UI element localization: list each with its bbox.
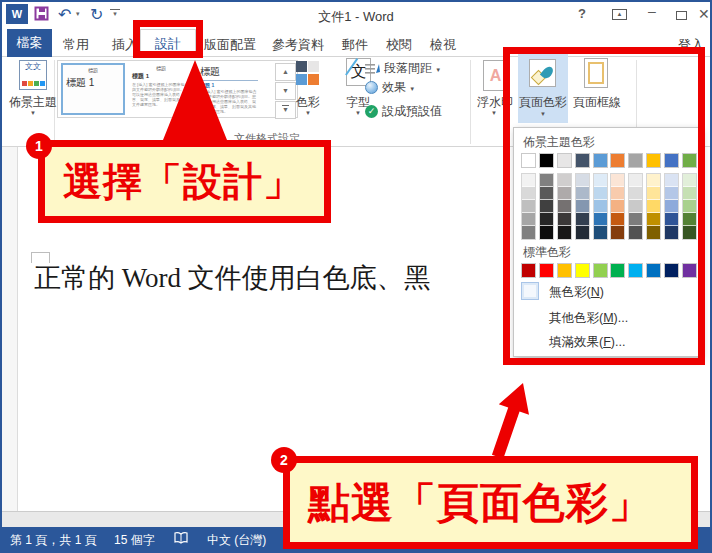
callout-step1: 選擇「設計」 — [38, 140, 331, 223]
style-card-current[interactable]: 標題 標題 1 — [61, 63, 125, 115]
highlight-box-design-tab — [133, 20, 203, 58]
checkmark-icon: ✓ — [365, 105, 378, 118]
paragraph-spacing-icon — [365, 62, 380, 75]
step-number-badge: 2 — [271, 447, 297, 473]
ribbon-display-options-icon[interactable]: ▲ — [612, 9, 627, 20]
tab-review[interactable]: 校閱 — [386, 36, 412, 54]
tab-file[interactable]: 檔案 — [7, 29, 52, 57]
help-icon[interactable]: ? — [578, 6, 586, 21]
themes-button[interactable]: 佈景主題 — [6, 94, 60, 111]
gallery-scroll-up-icon[interactable]: ▲ — [275, 63, 296, 81]
highlight-box-page-color — [503, 47, 705, 365]
close-icon[interactable]: ✕ — [698, 6, 710, 22]
set-default-button[interactable]: ✓設成預設值 — [365, 103, 442, 120]
document-text[interactable]: 正常的 Word 文件使用白色底、黑 — [34, 260, 431, 296]
callout-step2: 點選「頁面色彩」 — [283, 456, 698, 549]
chevron-down-icon[interactable]: ▼ — [355, 110, 361, 116]
colors-button[interactable]: 色彩 — [290, 94, 326, 111]
window-title: 文件1 - Word — [2, 8, 710, 26]
style-card[interactable]: 標題 標題 1 在 [插入] 索引標籤上的圖庫包含與文件整體外觀搭配的項目。您可… — [197, 63, 261, 115]
style-card[interactable]: 標題 標題 1 在 [插入] 索引標籤上的圖庫包含與文件整體外觀搭配的項目。您可… — [129, 63, 193, 115]
minimize-icon[interactable]: – — [648, 3, 656, 19]
proofing-icon[interactable] — [174, 531, 189, 548]
step-number-badge: 1 — [26, 133, 52, 159]
title-bar: W ↶ ▾ ↻ ▾ 文件1 - Word ? ▲ – ✕ — [2, 2, 710, 28]
language-indicator[interactable]: 中文 (台灣) — [207, 532, 266, 549]
tab-layout[interactable]: 版面配置 — [204, 36, 256, 54]
word-window: W ↶ ▾ ↻ ▾ 文件1 - Word ? ▲ – ✕ 檔案 常用插入設計版面… — [0, 0, 712, 553]
chevron-down-icon[interactable]: ▼ — [305, 110, 311, 116]
tab-home[interactable]: 常用 — [63, 36, 89, 54]
page-indicator[interactable]: 第 1 頁，共 1 頁 — [10, 532, 97, 549]
paragraph-spacing-button[interactable]: 段落間距 ▼ — [365, 60, 441, 77]
maximize-icon[interactable] — [676, 11, 687, 20]
style-set-gallery: 標題 標題 1 標題 標題 1 在 [插入] 索引標籤上的圖庫包含與文件整體外觀… — [57, 60, 298, 118]
chevron-down-icon[interactable]: ▼ — [491, 110, 497, 116]
effects-icon — [365, 81, 378, 94]
word-count[interactable]: 15 個字 — [114, 532, 155, 549]
chevron-down-icon[interactable]: ▼ — [30, 110, 36, 116]
tab-mailings[interactable]: 郵件 — [342, 36, 368, 54]
tab-references[interactable]: 參考資料 — [272, 36, 324, 54]
tab-view[interactable]: 檢視 — [430, 36, 456, 54]
themes-icon[interactable]: 文文 — [19, 60, 47, 90]
theme-colors-icon — [296, 61, 320, 85]
effects-button[interactable]: 效果 ▼ — [365, 79, 415, 96]
